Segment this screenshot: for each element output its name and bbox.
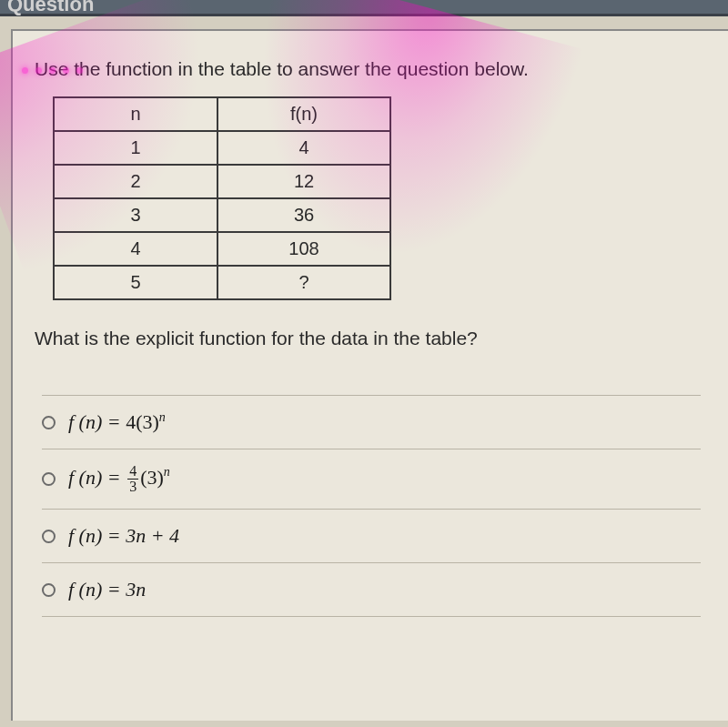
table-row: 5 ?: [54, 266, 390, 299]
option-d-formula: f (n) = 3n: [68, 578, 146, 601]
content-panel: Use the function in the table to answer …: [11, 29, 728, 721]
radio-icon[interactable]: [42, 416, 56, 429]
cell-n: 4: [54, 232, 217, 266]
option-d[interactable]: f (n) = 3n: [42, 562, 701, 617]
cell-n: 3: [54, 198, 217, 232]
radio-icon[interactable]: [42, 530, 56, 543]
option-b[interactable]: f (n) = 43(3)n: [42, 449, 701, 509]
header-n: n: [54, 97, 217, 131]
cell-fn: 12: [217, 165, 390, 198]
cell-fn: 36: [217, 198, 390, 232]
option-b-formula: f (n) = 43(3)n: [68, 464, 170, 494]
instruction-text: Use the function in the table to answer …: [35, 58, 701, 80]
option-a-formula: f (n) = 4(3)n: [68, 410, 166, 434]
question-prompt: What is the explicit function for the da…: [35, 328, 701, 349]
function-table: n f(n) 1 4 2 12 3 36 4 108 5 ?: [53, 96, 391, 300]
cell-fn: 108: [217, 232, 390, 266]
cell-fn: 4: [217, 131, 390, 165]
table-header-row: n f(n): [54, 97, 390, 131]
radio-icon[interactable]: [42, 472, 56, 486]
option-a[interactable]: f (n) = 4(3)n: [42, 395, 701, 449]
cell-fn: ?: [217, 266, 390, 299]
flare-dots: [22, 67, 83, 74]
cell-n: 2: [54, 165, 217, 198]
cell-n: 1: [54, 131, 217, 165]
option-c-formula: f (n) = 3n + 4: [68, 524, 179, 548]
table-row: 3 36: [54, 198, 390, 232]
table-row: 2 12: [54, 165, 390, 198]
table-row: 1 4: [54, 131, 390, 165]
question-header-bar: Question: [0, 0, 728, 16]
option-c[interactable]: f (n) = 3n + 4: [42, 509, 701, 562]
answer-options: f (n) = 4(3)n f (n) = 43(3)n f (n) = 3n …: [35, 395, 701, 617]
cell-n: 5: [54, 266, 217, 299]
question-tab-label: Question: [7, 0, 94, 16]
table-row: 4 108: [54, 232, 390, 266]
radio-icon[interactable]: [42, 583, 56, 597]
header-fn: f(n): [217, 97, 390, 131]
